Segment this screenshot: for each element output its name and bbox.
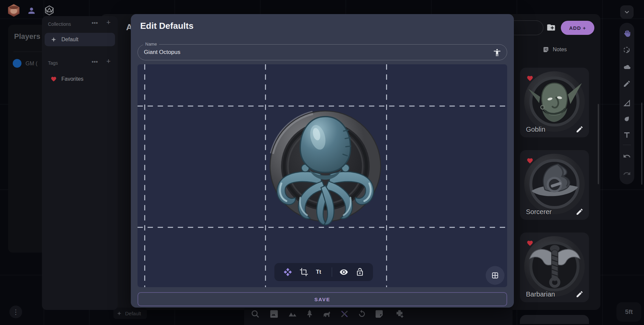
- party-person-icon[interactable]: [27, 6, 36, 15]
- redo-icon[interactable]: [623, 170, 631, 178]
- scale-label: 5ft: [625, 308, 633, 316]
- favorite-heart-icon[interactable]: [527, 157, 533, 164]
- folder-plus-icon: [546, 23, 556, 32]
- grid-scale-badge: 5ft: [616, 302, 641, 322]
- undo-icon[interactable]: [623, 152, 631, 160]
- sidebar-item-favorites[interactable]: Favorites: [45, 72, 115, 86]
- collapse-toolbar-button[interactable]: [620, 5, 634, 19]
- grid-line-vertical: [144, 64, 145, 287]
- tags-header: Tags: [48, 60, 58, 66]
- dialog-title: Edit Defaults: [140, 21, 194, 31]
- image-editor-toolbar: Tt: [274, 263, 373, 281]
- scene-dock: [244, 305, 513, 325]
- user-avatar[interactable]: [7, 4, 20, 17]
- name-field: Name: [138, 44, 507, 60]
- token-name: Goblin: [526, 126, 545, 133]
- sidebar-item-default-collection[interactable]: Default: [45, 33, 115, 46]
- tab-notes-label: Notes: [553, 47, 567, 53]
- note-card-icon[interactable]: [374, 309, 384, 319]
- select-tool-icon[interactable]: [623, 46, 631, 54]
- token-card-barbarian[interactable]: Barbarian: [520, 233, 589, 302]
- name-field-label: Name: [143, 42, 159, 47]
- heart-icon: [51, 76, 57, 82]
- players-title: Players: [14, 32, 40, 41]
- chevron-down-icon: [623, 8, 631, 16]
- gm-player-label: GM (: [25, 61, 38, 67]
- pointer-drop-icon[interactable]: [623, 115, 631, 123]
- edit-defaults-dialog: Edit Defaults Name: [131, 14, 514, 308]
- note-icon: [543, 46, 549, 53]
- token-list-scrollbar[interactable]: [598, 104, 599, 184]
- collections-sidebar: Collections ••• + Default Tags ••• + Fav…: [42, 16, 118, 310]
- mountains-icon[interactable]: [287, 309, 297, 319]
- favorite-heart-icon[interactable]: [527, 240, 533, 247]
- scene-toolbar: [620, 23, 634, 184]
- token-card-sorcerer[interactable]: Sorcerer: [520, 150, 589, 220]
- search-icon[interactable]: [250, 309, 260, 319]
- pan-hand-icon[interactable]: [623, 29, 631, 38]
- toolbar-divider: [332, 267, 332, 277]
- map-image-icon[interactable]: [269, 309, 279, 319]
- text-tool-icon[interactable]: [623, 131, 631, 139]
- svg-text:Tt: Tt: [316, 269, 321, 275]
- grid-icon: [491, 271, 499, 279]
- draw-pencil-icon[interactable]: [623, 80, 631, 88]
- more-options-button[interactable]: ⋮: [9, 306, 22, 318]
- grid-line-vertical: [386, 64, 387, 287]
- new-folder-button[interactable]: [546, 23, 557, 33]
- collections-menu-icon[interactable]: •••: [92, 20, 98, 26]
- collections-header: Collections: [48, 21, 71, 27]
- move-tool-icon[interactable]: [283, 268, 292, 276]
- edit-pencil-icon[interactable]: [576, 125, 584, 133]
- sync-icon[interactable]: [357, 309, 367, 319]
- visibility-eye-icon[interactable]: [339, 268, 348, 276]
- collection-label: Default: [61, 37, 78, 43]
- tree-icon[interactable]: [305, 309, 315, 319]
- add-button[interactable]: ADD +: [561, 21, 594, 35]
- breadcrumb-label: Default: [125, 311, 141, 316]
- token-card-goblin[interactable]: Goblin: [520, 68, 589, 137]
- owlbear-logo-icon[interactable]: [44, 5, 55, 16]
- favorite-heart-icon[interactable]: [527, 75, 533, 82]
- measure-ruler-icon[interactable]: [623, 99, 631, 107]
- token-card-partial[interactable]: [520, 315, 589, 324]
- token-name: Sorcerer: [526, 208, 552, 216]
- sparkle-icon: [51, 37, 57, 43]
- tab-notes[interactable]: Notes: [543, 46, 567, 53]
- mount-icon[interactable]: [322, 309, 332, 319]
- owlbear-app: Players GM ( Collections ••• + Default T…: [0, 0, 644, 325]
- text-size-icon[interactable]: Tt: [316, 268, 324, 276]
- fog-cloud-icon[interactable]: [623, 63, 631, 71]
- tags-menu-icon[interactable]: •••: [92, 59, 98, 65]
- grid-line-horizontal: [138, 227, 507, 228]
- crop-tool-icon[interactable]: [300, 268, 308, 276]
- character-body-icon[interactable]: [493, 48, 501, 57]
- token-name: Barbarian: [526, 290, 555, 298]
- token-image-editor: Tt: [138, 64, 507, 287]
- toolbar-divider: [623, 145, 631, 145]
- lock-open-icon[interactable]: [356, 268, 364, 276]
- gm-avatar[interactable]: [13, 59, 21, 68]
- attachment-swords-icon[interactable]: [339, 309, 350, 319]
- favorites-label: Favorites: [61, 76, 84, 82]
- name-input[interactable]: [144, 47, 473, 58]
- collection-breadcrumb-chip[interactable]: Default: [113, 308, 147, 319]
- save-button[interactable]: SAVE: [138, 292, 507, 306]
- tags-add-icon[interactable]: +: [106, 58, 111, 64]
- grid-snap-button[interactable]: [486, 266, 504, 285]
- edit-pencil-icon[interactable]: [576, 290, 584, 298]
- extension-icon[interactable]: [394, 309, 405, 319]
- sparkle-icon: [117, 311, 122, 316]
- collections-add-icon[interactable]: +: [106, 19, 111, 25]
- edge-scrollbar[interactable]: [641, 103, 642, 185]
- giant-octopus-token-image[interactable]: [266, 107, 385, 226]
- edit-pencil-icon[interactable]: [576, 208, 584, 216]
